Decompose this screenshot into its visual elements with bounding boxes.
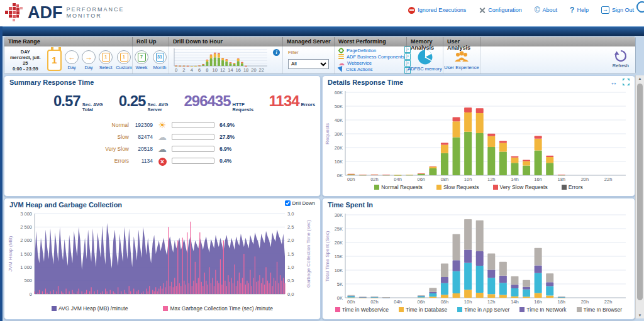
- adfbc-memory-button[interactable]: ADFBC memory: [407, 46, 443, 73]
- help-link[interactable]: ? Help: [570, 7, 589, 14]
- bar-segment: [214, 57, 216, 66]
- gc-spike: [167, 281, 167, 294]
- bar-segment: [546, 286, 553, 296]
- bar-segment: [558, 298, 565, 298]
- bar-segment: [429, 166, 436, 167]
- worst-performing-pagedefinition[interactable]: PageDefintion: [338, 48, 404, 54]
- bar-segment: [535, 293, 542, 298]
- gc-spike: [114, 293, 115, 294]
- bar-segment: [241, 62, 243, 63]
- gc-spike: [215, 270, 216, 294]
- arrow-left-icon: ←: [68, 53, 75, 61]
- gc-spike: [61, 291, 62, 294]
- gc-spike: [47, 293, 47, 294]
- roll-up-month-button[interactable]: 31 Month: [152, 50, 168, 70]
- bar-segment: [453, 271, 460, 293]
- scroll-up-arrow[interactable]: ▲: [636, 77, 644, 80]
- details-response-time-chart[interactable]: 0K10K20K30K40K50K60K00h02h04h06h08h10h12…: [323, 86, 632, 183]
- drill-down-checkbox[interactable]: [285, 200, 291, 206]
- gc-spike: [105, 289, 106, 295]
- worst-performing-webservice[interactable]: ☁ Webservice: [338, 60, 404, 67]
- maximize-icon[interactable]: [623, 79, 630, 85]
- info-icon[interactable]: i: [273, 49, 280, 56]
- gc-spike: [91, 287, 92, 294]
- summary-rows: Normal192309 ☀ 64.9% Slow82474 ☁ 27.8% V…: [94, 119, 320, 166]
- previous-day-button[interactable]: ← Day: [65, 50, 79, 70]
- legend-item: Errors: [562, 184, 583, 190]
- configuration-link[interactable]: Configuration: [479, 7, 522, 14]
- bar-segment: [429, 292, 436, 293]
- scrollbar-thumb[interactable]: [637, 84, 643, 300]
- bar-segment: [202, 65, 204, 66]
- vertical-scrollbar[interactable]: ▲ ▼: [635, 75, 644, 318]
- legend-item: Very Slow Requests: [493, 184, 548, 190]
- gc-spike: [171, 282, 172, 294]
- worst-performing-adfbc[interactable]: ADF Business Components: [338, 54, 404, 60]
- gc-spike: [148, 291, 148, 294]
- bar-segment: [206, 60, 208, 60]
- y-tick-label: 5K: [337, 281, 343, 287]
- y-tick-label: 20K: [335, 240, 343, 246]
- jvm-heap-gc-panel: JVM Heap and Garbage Collection Drill Do…: [4, 198, 321, 320]
- x-tick-label: 2: [182, 67, 185, 73]
- right-tick-label: 2,5: [287, 224, 294, 230]
- roll-up-week-button[interactable]: 7 Week: [133, 50, 150, 70]
- bar-segment: [370, 297, 378, 297]
- bar-segment: [499, 276, 507, 283]
- user-experience-button[interactable]: User Experience: [443, 46, 480, 73]
- horizontal-resize-icon[interactable]: ↔: [610, 79, 618, 85]
- section-title-roll-up: Roll Up: [133, 37, 169, 46]
- bar-segment: [511, 288, 518, 297]
- x-tick-label: 10h: [464, 299, 472, 305]
- bar-segment: [499, 143, 507, 152]
- calendar-week-icon: 7: [138, 53, 146, 62]
- bar-segment: [225, 62, 228, 66]
- gc-spike: [146, 289, 147, 295]
- section-title-memory-analysis: Memory Analysis: [407, 37, 443, 46]
- bar-segment: [535, 248, 542, 266]
- section-title-drill-down: Drill Down to Hour: [169, 37, 283, 46]
- bar-segment: [499, 295, 507, 298]
- gc-spike: [102, 291, 103, 294]
- right-tick-label: 1,0: [287, 264, 294, 270]
- x-tick-label: 08h: [441, 299, 449, 305]
- bar-segment: [441, 277, 448, 283]
- sign-out-link[interactable]: → Sign Out: [601, 6, 634, 14]
- custom-range-button[interactable]: 1 Custom: [116, 50, 132, 70]
- section-title-user-analysis: User Analysis: [443, 37, 480, 46]
- bar-segment: [441, 143, 448, 144]
- bar-segment: [535, 266, 542, 273]
- right-tick-label: 2,0: [287, 237, 294, 243]
- gc-spike: [133, 289, 134, 295]
- left-tick-label: 1 500: [20, 251, 32, 257]
- gc-spike: [269, 283, 269, 294]
- y-tick-label: 0K: [337, 173, 343, 178]
- bar-segment: [429, 293, 436, 297]
- gc-spike: [256, 282, 257, 294]
- scroll-down-arrow[interactable]: ▼: [636, 313, 644, 317]
- worst-performing-click-actions[interactable]: Click Actions: [338, 67, 404, 73]
- legend-item: Normal Requests: [374, 184, 423, 190]
- drill-down-hour-chart[interactable]: 0246810121416182022: [169, 46, 272, 73]
- select-date-button[interactable]: 1 Select: [99, 50, 113, 70]
- about-link[interactable]: © About: [535, 7, 557, 14]
- bar-segment: [487, 294, 495, 298]
- gc-spike: [277, 262, 277, 294]
- next-day-button[interactable]: → Day: [82, 50, 96, 70]
- managed-server-select[interactable]: All: [288, 59, 329, 69]
- legend-item: Time in App Server: [457, 307, 509, 313]
- brand-adf: ADF: [28, 4, 63, 21]
- bar-segment: [214, 53, 216, 54]
- refresh-button[interactable]: Refresh: [613, 49, 629, 68]
- jvm-heap-gc-chart[interactable]: 3 0003,02 5002,52 0002,01 5001,51 0001,0…: [4, 209, 318, 304]
- bar-segment: [233, 64, 236, 66]
- wrench-icon: [479, 7, 486, 14]
- ignored-executions-link[interactable]: Ignored Executions: [408, 7, 466, 14]
- gc-spike: [56, 291, 57, 294]
- legend-swatch: [562, 185, 567, 190]
- gc-spike: [110, 290, 111, 294]
- time-spent-in-chart[interactable]: 0K5K10K15K20K25K30K00h02h04h06h08h10h12h…: [323, 209, 632, 305]
- section-title-managed-server: Managed Server: [283, 37, 335, 46]
- legend-item: Time in Database: [399, 307, 447, 313]
- summary-metrics: 0.57Sec. AVG Total 0.25Sec. AVG Server 2…: [53, 92, 320, 112]
